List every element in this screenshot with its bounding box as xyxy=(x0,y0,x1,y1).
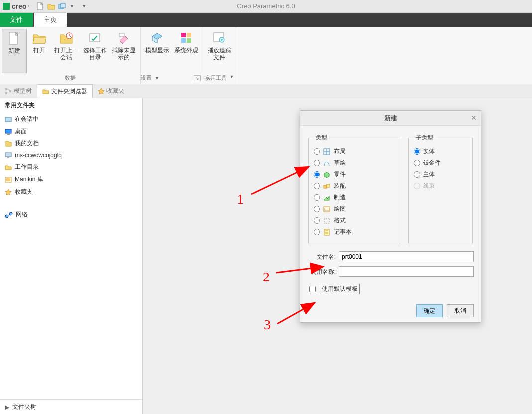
new-file-icon xyxy=(7,31,21,45)
star-icon xyxy=(98,88,105,95)
system-appearance-label: 系统外观 xyxy=(174,47,198,54)
subtype-harness: 线束 xyxy=(414,180,467,192)
sidebar-item-label: 工作目录 xyxy=(15,163,39,171)
last-session-label: 打开上一会话 xyxy=(53,47,80,61)
group-launcher-icon[interactable]: ↘ xyxy=(194,75,201,81)
tab-fav-label: 收藏夹 xyxy=(106,87,124,95)
sidebar-item-fav[interactable]: 收藏夹 xyxy=(0,186,142,198)
svg-rect-10 xyxy=(187,38,191,43)
cancel-button[interactable]: 取消 xyxy=(447,304,474,317)
open-folder-icon xyxy=(47,3,55,10)
dialog-buttons: 确定 取消 xyxy=(300,299,481,322)
annotation-1: 1 xyxy=(237,191,244,207)
sidebar-footer[interactable]: ▶ 文件夹树 xyxy=(0,399,142,414)
notebook-icon xyxy=(323,228,331,236)
open-label: 打开 xyxy=(33,47,45,54)
svg-rect-15 xyxy=(9,90,11,92)
subtype-solid[interactable]: 实体 xyxy=(414,146,467,157)
sidebar-item-network[interactable]: 网络 xyxy=(0,208,142,221)
brand-text: creo xyxy=(12,2,27,10)
system-appearance-button[interactable]: 系统外观 xyxy=(172,29,201,73)
logo-icon xyxy=(3,3,10,10)
tab-favorites[interactable]: 收藏夹 xyxy=(93,84,129,98)
subtype-body[interactable]: 主体 xyxy=(414,169,467,180)
open-last-session-button[interactable]: 打开上一会话 xyxy=(52,29,81,73)
sidebar: 常用文件夹 在会话中 桌面 我的文档 ms-ccwowcojqglq 工作目录 … xyxy=(0,98,143,414)
sidebar-item-label: 桌面 xyxy=(15,127,27,136)
model-display-button[interactable]: 模型显示 xyxy=(143,29,172,73)
type-sketch[interactable]: 草绘 xyxy=(314,157,395,169)
subtype-fieldset: 子类型 实体 钣金件 主体 线束 xyxy=(408,134,473,244)
tab-folder-browser[interactable]: 文件夹浏览器 xyxy=(37,84,93,98)
commonname-input[interactable] xyxy=(339,266,474,277)
new-button[interactable]: 新建 xyxy=(2,29,27,73)
type-drawing[interactable]: 绘图 xyxy=(314,203,395,215)
svg-rect-5 xyxy=(90,34,100,42)
sidebar-item-computer[interactable]: ms-ccwowcojqglq xyxy=(0,150,142,161)
svg-rect-14 xyxy=(5,92,7,94)
svg-rect-6 xyxy=(119,33,124,36)
app-title: Creo Parametric 6.0 xyxy=(237,2,295,10)
opt-label: 钣金件 xyxy=(423,159,441,167)
new-dialog: 新建 ✕ 类型 布局 草绘 零件 装配 制造 绘图 格式 记事本 子类型 实体 … xyxy=(300,110,481,323)
type-assembly[interactable]: 装配 xyxy=(314,180,395,192)
quick-access-toolbar: ▼ ▾ xyxy=(35,1,86,11)
workdir-icon xyxy=(88,31,102,45)
library-icon xyxy=(5,177,12,183)
erase-button[interactable]: 拭除未显示的 xyxy=(109,29,138,73)
close-button[interactable]: ✕ xyxy=(471,114,477,122)
qat-windows-button[interactable] xyxy=(57,1,67,11)
filename-label: 文件名: xyxy=(307,253,336,261)
use-template-checkbox[interactable] xyxy=(309,286,316,292)
star-icon xyxy=(5,189,12,196)
play-trail-label: 播放追踪文件 xyxy=(206,47,233,61)
qat-new-button[interactable] xyxy=(35,1,45,11)
svg-rect-27 xyxy=(327,184,330,187)
sidebar-item-session[interactable]: 在会话中 xyxy=(0,113,142,125)
workdir-folder-icon xyxy=(5,164,12,170)
sidebar-item-label: 在会话中 xyxy=(15,115,39,123)
group-data-label: 数据 xyxy=(0,73,140,84)
open-button[interactable]: 打开 xyxy=(27,29,52,73)
opt-label: 制造 xyxy=(334,193,346,202)
model-display-label: 模型显示 xyxy=(145,47,169,54)
tab-modeltree[interactable]: 模型树 xyxy=(0,84,37,98)
type-part[interactable]: 零件 xyxy=(314,169,395,180)
qat-dropdown-icon[interactable]: ▼ xyxy=(70,4,74,9)
settings-dropdown-icon[interactable]: ▼ xyxy=(155,76,159,81)
sidebar-item-desktop[interactable]: 桌面 xyxy=(0,125,142,138)
sidebar-item-workdir[interactable]: 工作目录 xyxy=(0,161,142,173)
drawing-icon xyxy=(323,205,331,213)
type-layout[interactable]: 布局 xyxy=(314,146,395,157)
svg-rect-20 xyxy=(7,157,9,158)
tab-file[interactable]: 文件 xyxy=(0,13,33,27)
qat-open-button[interactable] xyxy=(46,1,56,11)
filename-input[interactable] xyxy=(339,251,474,262)
opt-label: 零件 xyxy=(334,170,346,179)
brand-dot: • xyxy=(28,3,30,9)
use-template-row[interactable]: 使用默认模板 xyxy=(307,284,474,294)
sidebar-item-documents[interactable]: 我的文档 xyxy=(0,138,142,150)
annotation-3: 3 xyxy=(264,317,271,333)
type-notebook[interactable]: 记事本 xyxy=(314,226,395,238)
type-format[interactable]: 格式 xyxy=(314,215,395,226)
network-icon xyxy=(5,211,13,218)
annotation-2: 2 xyxy=(263,269,270,285)
subtype-sheetmetal[interactable]: 钣金件 xyxy=(414,157,467,169)
trail-icon xyxy=(213,31,226,45)
opt-label: 主体 xyxy=(423,170,435,179)
tab-home[interactable]: 主页 xyxy=(34,13,67,27)
type-manufacture[interactable]: 制造 xyxy=(314,192,395,203)
opt-label: 实体 xyxy=(423,147,435,156)
session-icon xyxy=(59,31,73,45)
sidebar-item-label: Manikin 库 xyxy=(15,175,43,184)
play-trail-button[interactable]: 播放追踪文件 xyxy=(205,29,234,73)
util-dropdown-icon[interactable]: ▼ xyxy=(230,74,234,82)
sidebar-item-manikin[interactable]: Manikin 库 xyxy=(0,173,142,186)
dialog-titlebar: 新建 ✕ xyxy=(300,111,481,126)
part-icon xyxy=(323,171,331,179)
ok-button[interactable]: 确定 xyxy=(416,304,443,317)
svg-rect-22 xyxy=(6,178,10,181)
select-wd-button[interactable]: 选择工作目录 xyxy=(81,29,109,73)
qat-more-icon[interactable]: ▾ xyxy=(83,3,86,9)
